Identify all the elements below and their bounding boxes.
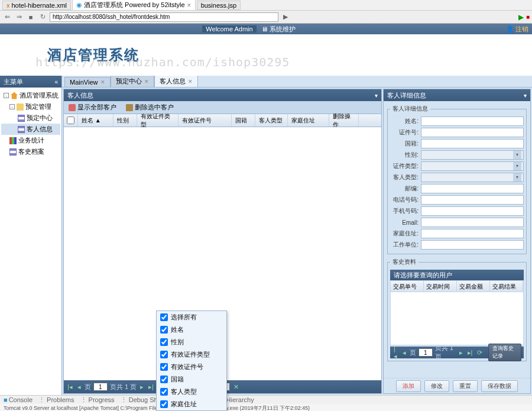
combo-证件类型:[interactable]: ▾	[421, 161, 524, 171]
col-menu-item[interactable]: 有效证件号	[157, 361, 226, 373]
forward-button[interactable]: ⇒	[14, 12, 24, 22]
col-header[interactable]: 国籍	[232, 114, 255, 127]
last-page-button[interactable]: ▸|	[147, 383, 155, 391]
input-电话号码:[interactable]	[421, 195, 524, 205]
refresh-page-button[interactable]: ⟳	[476, 349, 484, 357]
query-history-button[interactable]: 查询客史记录	[488, 344, 521, 361]
collapse-icon[interactable]: «	[54, 79, 58, 85]
run-button[interactable]: ▶	[518, 13, 524, 21]
select-all-checkbox[interactable]	[67, 116, 74, 124]
col-checkbox[interactable]	[160, 326, 168, 334]
ide-tab-browser[interactable]: ◉酒店管理系统 Powered by 52itstyle✕	[72, 0, 196, 11]
input-Email:[interactable]	[421, 218, 524, 227]
col-checkbox[interactable]	[160, 363, 168, 371]
input-邮编:[interactable]	[421, 184, 524, 193]
stop-button[interactable]: ■	[526, 14, 530, 20]
form-row: 家庭住址:	[390, 229, 524, 238]
first-page-button[interactable]: |◂	[66, 383, 74, 391]
collapse-icon[interactable]: ▾	[375, 92, 378, 99]
url-input[interactable]	[50, 12, 278, 22]
page-input[interactable]	[93, 383, 108, 391]
stop-nav-button[interactable]: ■	[26, 12, 35, 22]
col-menu-item[interactable]: 有效证件类型	[157, 348, 226, 361]
go-button[interactable]: ▶	[281, 12, 290, 22]
ide-tab-xml[interactable]: xhotel-hibernate.xml	[2, 1, 71, 10]
tree-item-预定中心[interactable]: 预定中心	[1, 112, 60, 124]
action-添加[interactable]: 添加	[396, 380, 421, 392]
combo-客人类型:[interactable]: ▾	[421, 173, 524, 182]
input-家庭住址:[interactable]	[421, 229, 524, 238]
col-checkbox[interactable]	[160, 400, 168, 408]
tree-item-预定管理[interactable]: -预定管理	[1, 101, 60, 112]
tree-item-客史档案[interactable]: 客史档案	[1, 146, 60, 157]
ide-view-Problems[interactable]: ⋮ Problems	[38, 396, 74, 404]
col-menu-item[interactable]: 姓名	[157, 323, 226, 336]
ide-view-Progress[interactable]: ⋮ Progress	[80, 396, 115, 404]
console-icon: ■	[4, 396, 8, 403]
hist-col-header[interactable]: 交易单号	[391, 281, 424, 292]
collapse-icon[interactable]: ▾	[524, 92, 527, 99]
col-menu-item[interactable]: 选择所有	[157, 311, 226, 323]
col-header[interactable]: 有效证件类型	[137, 114, 179, 127]
col-checkbox[interactable]	[160, 338, 168, 346]
col-checkbox[interactable]	[160, 351, 168, 358]
col-checkbox[interactable]	[160, 376, 168, 383]
ide-tab-jsp[interactable]: business.jsp	[197, 1, 241, 10]
col-header[interactable]: 家庭住址	[288, 114, 329, 127]
col-checkbox[interactable]	[160, 313, 168, 321]
col-menu-item[interactable]: 客人类型	[157, 386, 226, 398]
refresh-button[interactable]: ↻	[38, 12, 47, 22]
col-header[interactable]	[64, 114, 78, 127]
close-icon[interactable]: ✕	[187, 2, 192, 8]
next-page-button[interactable]: ▸	[458, 349, 464, 357]
system-maint-button[interactable]: 🖥系统维护	[257, 25, 300, 34]
logout-button[interactable]: 👤注销	[502, 25, 532, 34]
tab-客人信息[interactable]: 客人信息✕	[154, 75, 198, 87]
input-手机号码:[interactable]	[421, 206, 524, 216]
tree-item-业务统计[interactable]: 业务统计	[1, 135, 60, 146]
col-header[interactable]: 性别	[113, 114, 137, 127]
monitor-icon: 🖥	[261, 25, 268, 33]
col-menu-item[interactable]: 国籍	[157, 373, 226, 386]
expand-icon[interactable]: -	[9, 104, 15, 109]
prev-page-button[interactable]: ◂	[76, 383, 82, 391]
hist-col-header[interactable]: 交易结果	[490, 281, 523, 292]
ide-view-Console[interactable]: ■ Console	[4, 396, 33, 403]
close-icon[interactable]: ✕	[144, 79, 149, 85]
folder-icon	[17, 103, 24, 111]
action-修改[interactable]: 修改	[424, 380, 449, 392]
col-menu-item[interactable]: 性别	[157, 336, 226, 348]
col-header[interactable]: 有效证件号	[179, 114, 232, 127]
show-all-button[interactable]: 显示全部客户	[66, 102, 119, 113]
delete-selected-button[interactable]: 删除选中客户	[124, 102, 176, 113]
input-工作单位:[interactable]	[421, 240, 524, 250]
tab-MainView[interactable]: MainView✕	[64, 77, 111, 87]
back-button[interactable]: ⇐	[2, 12, 12, 22]
tab-预定中心[interactable]: 预定中心✕	[111, 75, 154, 87]
close-icon[interactable]: ✕	[100, 79, 105, 85]
close-icon[interactable]: ✕	[188, 79, 193, 85]
page-input[interactable]	[419, 348, 433, 357]
tree-item-酒店管理系统[interactable]: -酒店管理系统	[1, 90, 60, 101]
expand-icon[interactable]: -	[4, 93, 9, 98]
input-姓名:[interactable]	[421, 116, 524, 126]
action-重置[interactable]: 重置	[453, 380, 478, 392]
col-checkbox[interactable]	[160, 388, 168, 396]
last-page-button[interactable]: ▸|	[466, 349, 474, 357]
hist-col-header[interactable]: 交易时间	[424, 281, 457, 292]
col-header[interactable]: 删除操作	[329, 114, 359, 127]
next-page-button[interactable]: ▸	[139, 383, 145, 391]
hist-col-header[interactable]: 交易金额	[457, 281, 490, 292]
action-保存数据[interactable]: 保存数据	[481, 380, 518, 392]
input-证件号:[interactable]	[421, 128, 524, 137]
input-国籍:[interactable]	[421, 139, 524, 148]
prev-page-button[interactable]: ◂	[401, 349, 407, 357]
first-page-button[interactable]: |◂	[392, 345, 399, 360]
app-header: 酒店管理系统 https://www.huzhan.com/ishop30295	[0, 34, 532, 76]
combo-性别:[interactable]: ▾	[421, 150, 524, 160]
col-header[interactable]: 姓名 ▲	[78, 114, 113, 127]
search-clear-button[interactable]: ✕	[232, 383, 240, 391]
tree-item-客人信息[interactable]: 客人信息	[1, 124, 60, 135]
col-header[interactable]: 客人类型	[255, 114, 288, 127]
col-menu-item[interactable]: 家庭住址	[157, 398, 226, 410]
